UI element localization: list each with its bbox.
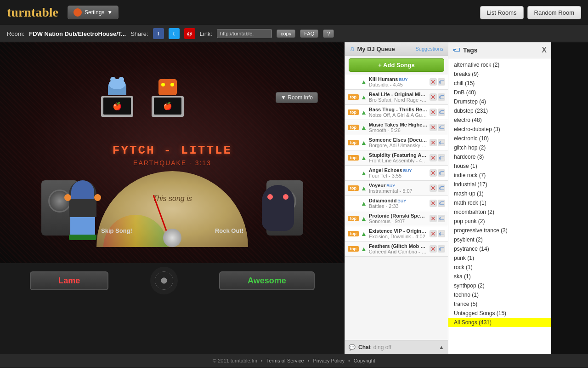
queue-remove-button[interactable]: ✕ xyxy=(430,78,437,86)
tag-item[interactable]: dubstep (231) xyxy=(448,106,551,115)
queue-remove-button[interactable]: ✕ xyxy=(430,139,437,146)
queue-remove-button[interactable]: ✕ xyxy=(430,124,437,131)
queue-track-artist: Bro Safari, Nerd Rage - 4:03 xyxy=(369,97,428,103)
queue-tag-button[interactable]: 🏷 xyxy=(438,109,445,116)
tag-item[interactable]: synthpop (2) xyxy=(448,281,551,290)
top-badge: top xyxy=(348,216,359,221)
queue-actions: ✕ 🏷 xyxy=(430,169,445,177)
queue-tag-button[interactable]: 🏷 xyxy=(438,124,445,131)
copy-link-button[interactable]: copy xyxy=(277,29,295,38)
queue-tag-button[interactable]: 🏷 xyxy=(438,139,445,146)
queue-up-arrow[interactable]: ▲ xyxy=(361,124,367,131)
tag-item[interactable]: techno (1) xyxy=(448,290,551,299)
help-button[interactable]: ? xyxy=(323,29,334,38)
suggestions-link[interactable]: Suggestions xyxy=(415,46,443,52)
queue-remove-button[interactable]: ✕ xyxy=(430,215,437,222)
tag-item[interactable]: electronic (10) xyxy=(448,134,551,143)
tag-item[interactable]: breaks (9) xyxy=(448,69,551,79)
list-rooms-button[interactable]: List Rooms xyxy=(480,6,524,19)
tag-item[interactable]: DnB (40) xyxy=(448,88,551,97)
queue-up-arrow[interactable]: ▲ xyxy=(361,139,367,146)
tag-item[interactable]: electro (48) xyxy=(448,115,551,125)
queue-up-arrow[interactable]: ▲ xyxy=(361,109,367,116)
queue-tag-button[interactable]: 🏷 xyxy=(438,93,445,101)
tag-item[interactable]: hardcore (3) xyxy=(448,152,551,161)
tag-item[interactable]: psybient (2) xyxy=(448,235,551,244)
tag-item[interactable]: rock (1) xyxy=(448,263,551,272)
footer-privacy-link[interactable]: Privacy Policy xyxy=(313,358,345,363)
queue-tag-button[interactable]: 🏷 xyxy=(438,184,445,192)
queue-tag-button[interactable]: 🏷 xyxy=(438,154,445,161)
tag-item[interactable]: math rock (1) xyxy=(448,198,551,207)
queue-remove-button[interactable]: ✕ xyxy=(430,184,437,192)
rock-out-label: Rock Out! xyxy=(215,227,243,234)
queue-tag-button[interactable]: 🏷 xyxy=(438,200,445,207)
queue-tag-button[interactable]: 🏷 xyxy=(438,215,445,222)
queue-remove-button[interactable]: ✕ xyxy=(430,200,437,207)
meter-knob xyxy=(163,229,181,247)
queue-track-artist: Instra:mental - 5:07 xyxy=(369,188,428,194)
tag-item[interactable]: punk (1) xyxy=(448,253,551,263)
twitter-share-button[interactable]: t xyxy=(169,28,180,39)
tag-item[interactable]: glitch hop (2) xyxy=(448,143,551,152)
tag-item[interactable]: progressive trance (3) xyxy=(448,226,551,235)
queue-remove-button[interactable]: ✕ xyxy=(430,109,437,116)
queue-remove-button[interactable]: ✕ xyxy=(430,93,437,101)
tag-item[interactable]: pop punk (2) xyxy=(448,217,551,226)
footer-separator1: • xyxy=(261,358,263,363)
queue-track-artist: Borgore, Adi Ulmansky - 6:04 xyxy=(369,143,428,148)
tag-item[interactable]: industrial (17) xyxy=(448,180,551,189)
tags-close-button[interactable]: X xyxy=(542,46,547,54)
queue-up-arrow[interactable]: ▲ xyxy=(361,215,367,222)
tag-item[interactable]: alternative rock (2) xyxy=(448,60,551,69)
footer-copyright-link[interactable]: Copyright xyxy=(354,358,375,363)
lame-button[interactable]: Lame xyxy=(30,271,108,290)
add-songs-button[interactable]: + Add Songs xyxy=(349,58,444,72)
queue-tag-button[interactable]: 🏷 xyxy=(438,230,445,237)
tag-item[interactable]: indie rock (7) xyxy=(448,171,551,180)
queue-up-arrow[interactable]: ▲ xyxy=(361,184,367,192)
queue-remove-button[interactable]: ✕ xyxy=(430,230,437,237)
random-room-button[interactable]: Random Room xyxy=(527,6,581,19)
queue-up-arrow[interactable]: ▲ xyxy=(361,154,367,161)
queue-up-arrow[interactable]: ▲ xyxy=(361,93,367,101)
tag-item[interactable]: chill (15) xyxy=(448,79,551,88)
tag-item[interactable]: All Songs (431) xyxy=(448,318,551,327)
room-bar: Room: FDW Nation Dub/ElectroHouse/T... S… xyxy=(0,25,588,42)
room-link-input[interactable] xyxy=(217,29,272,38)
queue-up-arrow[interactable]: ▲ xyxy=(361,200,367,207)
queue-tag-button[interactable]: 🏷 xyxy=(438,245,445,253)
queue-info: Kill HumansBUY Dubsidia - 4:45 xyxy=(369,76,428,87)
queue-remove-button[interactable]: ✕ xyxy=(430,154,437,161)
queue-up-arrow[interactable]: ▲ xyxy=(361,78,367,86)
header: turntable Settings ▼ List Rooms Random R… xyxy=(0,0,588,25)
queue-info: Someone Elses (Documer Borgore, Adi Ulma… xyxy=(369,137,428,148)
tag-item[interactable]: moombahton (2) xyxy=(448,207,551,217)
chat-expand-button[interactable]: ▲ xyxy=(439,344,444,351)
awesome-button[interactable]: Awesome xyxy=(219,271,315,290)
queue-up-arrow[interactable]: ▲ xyxy=(361,230,367,237)
queue-info: Feathers (Glitch Mob Remi Coheed And Cam… xyxy=(369,243,428,254)
queue-remove-button[interactable]: ✕ xyxy=(430,245,437,253)
footer-tos-link[interactable]: Terms of Service xyxy=(266,358,304,363)
tag-item[interactable]: trance (5) xyxy=(448,299,551,309)
facebook-share-button[interactable]: f xyxy=(153,28,164,39)
tag-item[interactable]: mash-up (1) xyxy=(448,189,551,198)
queue-up-arrow[interactable]: ▲ xyxy=(361,169,367,177)
tag-item[interactable]: Untagged Songs (15) xyxy=(448,309,551,318)
queue-info: DdiamonddBUY Battles - 2:33 xyxy=(369,198,428,209)
tag-item[interactable]: Drumstep (4) xyxy=(448,97,551,106)
queue-up-arrow[interactable]: ▲ xyxy=(361,245,367,253)
tag-item[interactable]: electro-dubstep (3) xyxy=(448,125,551,134)
tag-item[interactable]: psytrance (14) xyxy=(448,244,551,253)
tag-item[interactable]: house (1) xyxy=(448,161,551,171)
room-info-button[interactable]: ▼ Room info xyxy=(276,92,318,103)
settings-button[interactable]: Settings ▼ xyxy=(68,6,119,19)
email-share-button[interactable]: @ xyxy=(184,28,195,39)
faq-button[interactable]: FAQ xyxy=(300,29,318,38)
tag-item[interactable]: ska (1) xyxy=(448,272,551,281)
queue-remove-button[interactable]: ✕ xyxy=(430,169,437,177)
queue-tag-button[interactable]: 🏷 xyxy=(438,78,445,86)
track-title: FYTCH - LITTLE xyxy=(80,144,264,157)
queue-tag-button[interactable]: 🏷 xyxy=(438,169,445,177)
